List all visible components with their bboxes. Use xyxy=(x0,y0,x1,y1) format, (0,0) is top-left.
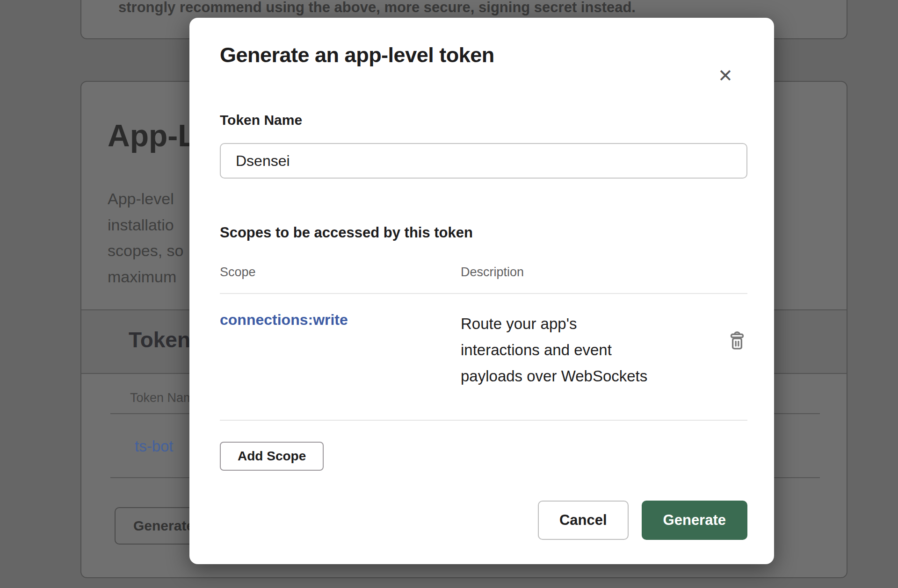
background-paragraph-line: maximum xyxy=(108,264,184,290)
background-token-link: ts-bot xyxy=(135,437,174,455)
background-section-heading: App-L xyxy=(108,118,197,153)
modal-footer: Cancel Generate xyxy=(220,501,747,540)
token-name-label: Token Name xyxy=(220,113,747,127)
background-paragraph-line: scopes, so xyxy=(108,238,184,264)
scope-description-cell: Route your app's interactions and event … xyxy=(461,311,727,389)
background-generate-token-label: Generate xyxy=(133,518,194,534)
background-top-text: strongly recommend using the above, more… xyxy=(118,0,636,16)
trash-icon xyxy=(729,330,745,354)
background-paragraph: App-level installatio scopes, so maximum xyxy=(108,186,184,290)
generate-button[interactable]: Generate xyxy=(642,501,747,540)
scopes-section-heading: Scopes to be accessed by this token xyxy=(220,225,747,240)
divider xyxy=(220,420,747,421)
scope-link-connections-write[interactable]: connections:write xyxy=(220,311,348,328)
scope-description-line: payloads over WebSockets xyxy=(461,363,727,389)
background-paragraph-line: installatio xyxy=(108,212,184,238)
close-icon[interactable]: ✕ xyxy=(714,65,737,87)
scope-table-header: Scope Description xyxy=(220,266,747,279)
scope-description-line: Route your app's xyxy=(461,311,727,337)
token-name-input[interactable] xyxy=(220,143,747,179)
scope-table-row: connections:write Route your app's inter… xyxy=(220,294,747,420)
background-paragraph-line: App-level xyxy=(108,186,184,212)
cancel-button[interactable]: Cancel xyxy=(538,501,629,540)
generate-app-level-token-modal: Generate an app-level token ✕ Token Name… xyxy=(189,18,774,564)
scope-description-line: interactions and event xyxy=(461,337,727,363)
scope-column-header: Scope xyxy=(220,266,461,279)
add-scope-button[interactable]: Add Scope xyxy=(220,442,324,471)
modal-title: Generate an app-level token xyxy=(220,44,747,66)
description-column-header: Description xyxy=(461,266,747,279)
delete-scope-button[interactable] xyxy=(727,330,747,356)
scope-cell: connections:write xyxy=(220,311,461,389)
